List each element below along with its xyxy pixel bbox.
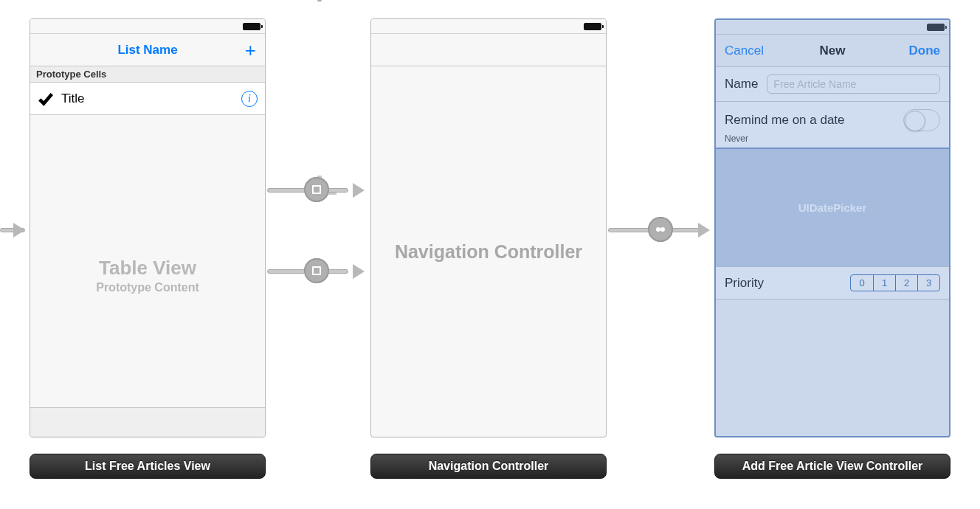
battery-icon	[243, 23, 260, 30]
scene-navigation-controller[interactable]: Navigation Controller	[370, 18, 607, 437]
priority-segmented[interactable]: 0 1 2 3	[850, 274, 940, 291]
svg-rect-3	[314, 268, 320, 274]
done-button[interactable]: Done	[869, 44, 940, 58]
prototype-cell[interactable]: Title i	[30, 83, 265, 115]
scene-list-free-articles[interactable]: List Name + Prototype Cells Title i Tabl…	[30, 18, 266, 437]
incoming-segue-line	[317, 0, 322, 1]
priority-option-0[interactable]: 0	[851, 275, 873, 291]
cancel-button[interactable]: Cancel	[725, 44, 796, 58]
priority-option-1[interactable]: 1	[873, 275, 895, 291]
add-button[interactable]: +	[184, 41, 256, 60]
checkmark-icon	[38, 91, 54, 107]
nav-title: List Name	[111, 43, 184, 58]
tableview-placeholder: Table View Prototype Content	[30, 115, 265, 435]
segue-arrow-a-icon	[353, 183, 365, 198]
scene-label-nav[interactable]: Navigation Controller	[370, 454, 607, 479]
remind-label: Remind me on a date	[725, 113, 845, 128]
navigation-bar: Cancel New Done	[716, 35, 949, 67]
remind-switch[interactable]	[903, 109, 940, 131]
remind-row: Remind me on a date	[716, 102, 949, 133]
name-row: Name Free Article Name	[716, 67, 949, 102]
priority-row: Priority 0 1 2 3	[716, 267, 949, 299]
status-bar	[371, 19, 606, 34]
battery-icon	[584, 23, 601, 30]
priority-option-3[interactable]: 3	[917, 275, 939, 291]
priority-label: Priority	[725, 276, 764, 291]
navigation-bar: List Name +	[30, 34, 265, 66]
placeholder-title: Table View	[99, 257, 196, 280]
name-label: Name	[725, 77, 758, 91]
status-bar	[30, 19, 265, 34]
status-bar	[716, 20, 949, 35]
placeholder-subtitle: Prototype Content	[96, 281, 199, 294]
segue-arrow-c-icon	[698, 223, 710, 238]
scene-label-add[interactable]: Add Free Article View Controller	[714, 454, 950, 479]
tableview-footer	[30, 407, 265, 437]
scene-add-free-article[interactable]: Cancel New Done Name Free Article Name R…	[714, 18, 950, 437]
nav-controller-placeholder: Navigation Controller	[371, 66, 606, 437]
navigation-bar	[371, 34, 606, 66]
cell-title-label: Title	[61, 91, 85, 106]
priority-option-2[interactable]: 2	[895, 275, 917, 291]
svg-rect-1	[314, 187, 320, 193]
svg-rect-6	[658, 229, 663, 230]
prototype-cells-header: Prototype Cells	[30, 66, 265, 83]
entry-arrow-icon	[13, 223, 25, 238]
segue-badge-root[interactable]	[648, 217, 673, 242]
remind-sublabel: Never	[716, 133, 949, 149]
nav-title: New	[796, 44, 868, 58]
info-icon[interactable]: i	[241, 91, 258, 107]
segue-badge-present-b[interactable]	[304, 258, 329, 283]
name-field[interactable]: Free Article Name	[767, 75, 940, 94]
battery-icon	[927, 24, 945, 31]
scene-label-list[interactable]: List Free Articles View	[30, 454, 266, 479]
segue-arrow-b-icon	[353, 264, 365, 279]
date-picker[interactable]: UIDatePicker	[716, 149, 949, 267]
segue-badge-present-a[interactable]	[304, 177, 329, 202]
